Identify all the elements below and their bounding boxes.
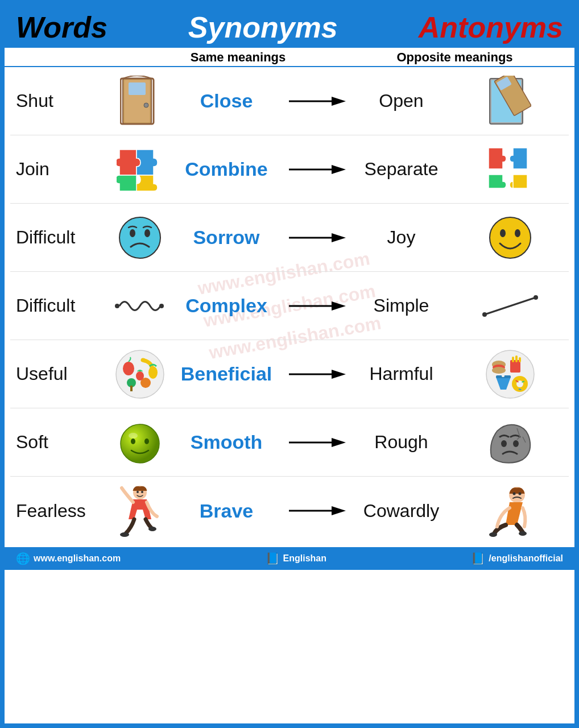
svg-marker-17 [332,233,346,242]
globe-icon: 🌐 [16,552,30,565]
svg-marker-24 [332,301,346,311]
svg-point-33 [148,366,158,379]
row-shut: Shut Close Open [10,67,569,135]
svg-point-19 [500,229,506,237]
row-join: Join Combine Separate [10,135,569,204]
header-words: Words [16,10,107,44]
svg-point-62 [148,527,156,531]
word-shut: Shut [10,90,110,111]
synonym-sorrow: Sorrow [169,226,283,249]
svg-rect-2 [129,82,146,95]
icon-soft-ball [110,420,169,465]
svg-marker-36 [332,370,346,379]
arrow-complex [283,299,351,313]
svg-rect-31 [130,386,133,391]
header: Words Synonyms Antonyms [5,5,574,48]
icon-scared-person [451,482,569,539]
brand-icon: 📘 [266,552,280,565]
svg-point-14 [130,229,135,237]
svg-point-59 [513,440,519,447]
svg-point-53 [131,439,135,444]
svg-point-71 [519,531,527,536]
antonym-cowardly: Cowardly [351,500,451,522]
synonym-combine: Combine [169,158,283,180]
svg-marker-66 [332,506,346,515]
svg-point-37 [486,350,534,398]
arrow-sorrow [283,231,351,245]
icon-puzzle-apart [451,145,569,193]
footer-brand: 📘 Englishan [266,552,326,565]
svg-point-68 [513,493,516,495]
svg-point-34 [136,371,144,380]
svg-line-25 [485,297,536,315]
arrow-beneficial [283,367,351,381]
icon-sad-face [110,215,169,260]
antonym-rough: Rough [351,432,451,453]
antonym-simple: Simple [351,295,451,316]
svg-point-15 [144,229,150,237]
word-difficult-complex: Difficult [10,295,110,316]
icon-rock [451,420,569,465]
synonym-close: Close [169,90,283,112]
svg-point-18 [490,217,531,258]
svg-marker-57 [332,438,346,447]
svg-point-55 [129,433,138,439]
antonym-harmful: Harmful [351,363,451,384]
icon-door-closed [110,76,169,127]
word-useful: Useful [10,363,110,384]
arrow-join [283,163,351,176]
svg-point-63 [137,491,139,493]
svg-marker-6 [332,97,346,106]
svg-rect-41 [510,360,520,373]
footer-website-text: www.englishan.com [34,553,121,564]
subheader-same: Same meanings [16,50,346,65]
footer-brand-text: Englishan [283,553,326,564]
antonym-joy: Joy [351,227,451,248]
synonym-complex: Complex [169,295,283,317]
svg-point-20 [515,229,520,237]
svg-point-70 [489,532,497,537]
svg-point-58 [501,440,507,447]
svg-point-27 [533,295,538,300]
svg-point-54 [144,439,149,444]
row-beneficial: Useful Benef [10,340,569,408]
word-join: Join [10,159,110,180]
row-brave: Fearless [10,477,569,545]
svg-rect-42 [512,357,514,362]
icon-junk-foods [451,349,569,400]
svg-point-52 [121,424,159,463]
svg-marker-12 [332,165,346,174]
svg-point-69 [519,493,522,495]
svg-point-26 [482,312,487,317]
icon-happy-face [451,215,569,260]
header-antonyms: Antonyms [419,10,563,44]
arrow-smooth [283,436,351,449]
svg-point-22 [159,304,164,308]
icon-straight-line [451,295,569,317]
subheader: Same meanings Opposite meanings [5,48,574,67]
header-synonyms: Synonyms [188,10,338,44]
svg-point-64 [141,491,143,493]
svg-point-13 [119,217,160,258]
word-fearless: Fearless [10,500,110,522]
svg-point-61 [120,532,129,537]
synonym-beneficial: Beneficial [169,363,283,385]
svg-point-21 [115,304,119,308]
svg-rect-46 [502,374,504,377]
icon-wavy-complex [110,295,169,317]
footer-website: 🌐 www.englishan.com [16,552,121,565]
antonym-separate: Separate [351,159,451,180]
row-sorrow: Difficult Sorrow Joy [10,204,569,272]
word-soft: Soft [10,432,110,453]
arrow-brave [283,504,351,518]
svg-point-3 [144,103,148,107]
content-area: www.englishan.comwww.englishan.comwww.en… [5,67,574,545]
row-complex: Difficult Complex Simple [10,272,569,340]
icon-puzzle-joined [110,147,169,192]
footer-social-text: /englishanofficial [489,553,563,564]
svg-point-29 [123,362,134,375]
footer: 🌐 www.englishan.com 📘 Englishan 📘 /engli… [5,547,574,570]
icon-healthy-foods [110,349,169,400]
svg-point-40 [492,367,506,374]
synonym-smooth: Smooth [169,431,283,453]
